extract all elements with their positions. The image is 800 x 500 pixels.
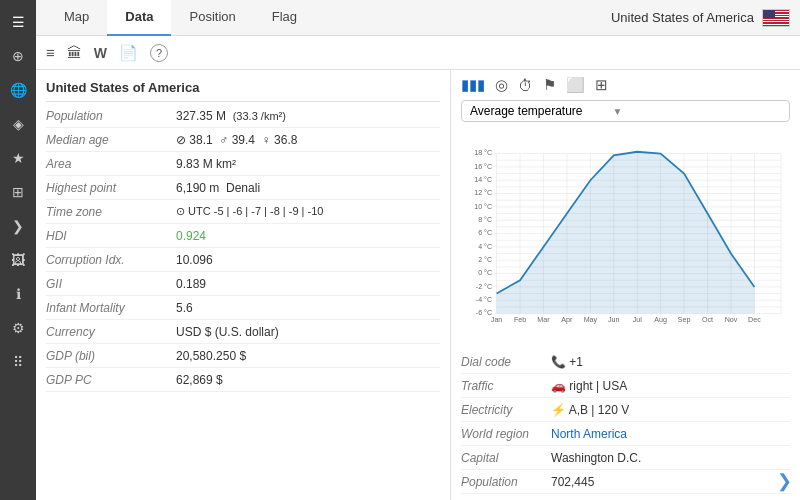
tab-map[interactable]: Map (46, 0, 107, 36)
electricity-cell: Electricity ⚡ A,B | 120 V (461, 402, 790, 417)
svg-text:Dec: Dec (748, 316, 761, 324)
svg-text:4 °C: 4 °C (478, 243, 492, 251)
table-row: Electricity ⚡ A,B | 120 V (461, 398, 790, 422)
svg-text:Mar: Mar (537, 316, 550, 324)
svg-text:Apr: Apr (561, 316, 573, 324)
hdi-value: 0.924 (176, 229, 206, 243)
svg-text:2 °C: 2 °C (478, 256, 492, 264)
highest-point-value: 6,190 m Denali (176, 181, 260, 195)
svg-text:Jan: Jan (491, 316, 503, 324)
time-zone-label: Time zone (46, 205, 176, 219)
dial-code-value: 📞 +1 (551, 355, 583, 369)
main-content: Map Data Position Flag United States of … (36, 0, 800, 500)
traffic-cell: Traffic 🚗 right | USA (461, 378, 790, 393)
svg-text:Oct: Oct (702, 316, 713, 324)
temperature-chart: .axis-text { font-size: 8px; fill: #666;… (461, 126, 790, 350)
chart-type-dropdown[interactable]: Average temperature ▼ (461, 100, 790, 122)
table-row: Median age ⊘ 38.1 ♂ 39.4 ♀ 36.8 (46, 128, 440, 152)
svg-text:-6 °C: -6 °C (476, 309, 492, 317)
table-row: GDP (bil) 20,580.250 $ (46, 344, 440, 368)
population-right-value: 702,445 (551, 475, 594, 489)
table-row: World region North America (461, 422, 790, 446)
traffic-label: Traffic (461, 379, 551, 393)
table-row: Infant Mortality 5.6 (46, 296, 440, 320)
table-row: Population 327.35 M (33.3 /km²) (46, 104, 440, 128)
compass-chart-icon[interactable]: ◎ (495, 76, 508, 94)
data-panel-title: United States of America (46, 76, 440, 102)
gii-label: GII (46, 277, 176, 291)
document-toolbar-icon[interactable]: 📄 (119, 44, 138, 62)
table-row: Highest point 6,190 m Denali (46, 176, 440, 200)
median-age-label: Median age (46, 133, 176, 147)
capital-label: Capital (461, 451, 551, 465)
apps-icon[interactable]: ⠿ (4, 348, 32, 376)
table-row: Dial code 📞 +1 (461, 350, 790, 374)
svg-text:14 °C: 14 °C (474, 176, 492, 184)
chart-toolbar: ▮▮▮ ◎ ⏱ ⚑ ⬜ ⊞ (461, 76, 790, 94)
gdp-pc-label: GDP PC (46, 373, 176, 387)
help-toolbar-icon[interactable]: ? (150, 44, 168, 62)
data-toolbar: ≡ 🏛 W 📄 ? (36, 36, 800, 70)
data-panel: United States of America Population 327.… (36, 70, 451, 500)
population-value: 327.35 M (33.3 /km²) (176, 109, 286, 123)
world-region-value[interactable]: North America (551, 427, 627, 441)
hdi-label: HDI (46, 229, 176, 243)
clock-chart-icon[interactable]: ⏱ (518, 77, 533, 94)
corruption-label: Corruption Idx. (46, 253, 176, 267)
tab-bar: Map Data Position Flag United States of … (36, 0, 800, 36)
globe-icon[interactable]: 🌐 (4, 76, 32, 104)
dropdown-label: Average temperature (470, 104, 583, 118)
chart-svg: .axis-text { font-size: 8px; fill: #666;… (461, 126, 790, 350)
tab-data[interactable]: Data (107, 0, 171, 36)
star-icon[interactable]: ★ (4, 144, 32, 172)
table-row: Area 9.83 M km² (46, 152, 440, 176)
table-row: HDI 0.924 (46, 224, 440, 248)
world-region-label: World region (461, 427, 551, 441)
info-icon[interactable]: ℹ (4, 280, 32, 308)
svg-text:May: May (584, 316, 598, 324)
flag-chart-icon[interactable]: ⚑ (543, 76, 556, 94)
capital-cell: Capital Washington D.C. (461, 450, 790, 465)
table-row: Corruption Idx. 10.096 (46, 248, 440, 272)
currency-value: USD $ (U.S. dollar) (176, 325, 279, 339)
menu-icon[interactable]: ☰ (4, 8, 32, 36)
right-data-panel: Dial code 📞 +1 Traffic 🚗 right | USA Ele… (461, 350, 790, 494)
museum-toolbar-icon[interactable]: 🏛 (67, 44, 82, 62)
bar-chart-icon[interactable]: ▮▮▮ (461, 76, 485, 94)
svg-text:6 °C: 6 °C (478, 229, 492, 237)
photo-chart-icon[interactable]: ⬜ (566, 76, 585, 94)
time-zone-value: ⊙ UTC -5 | -6 | -7 | -8 | -9 | -10 (176, 205, 323, 218)
infant-mortality-value: 5.6 (176, 301, 193, 315)
population-right-label: Population (461, 475, 551, 489)
tab-flag[interactable]: Flag (254, 0, 315, 36)
area-label: Area (46, 157, 176, 171)
svg-text:Jun: Jun (608, 316, 620, 324)
gamepad-icon[interactable]: ⊕ (4, 42, 32, 70)
table-row: GDP PC 62,869 $ (46, 368, 440, 392)
image-icon[interactable]: 🖼 (4, 246, 32, 274)
right-panel: ▮▮▮ ◎ ⏱ ⚑ ⬜ ⊞ Average temperature ▼ .axi… (451, 70, 800, 500)
wikipedia-toolbar-icon[interactable]: W (94, 44, 107, 62)
cube-icon[interactable]: ◈ (4, 110, 32, 138)
grid-icon[interactable]: ⊞ (4, 178, 32, 206)
gii-value: 0.189 (176, 277, 206, 291)
svg-text:12 °C: 12 °C (474, 189, 492, 197)
bottom-chevron-icon[interactable]: ❯ (777, 470, 792, 492)
tab-position[interactable]: Position (171, 0, 253, 36)
highest-point-label: Highest point (46, 181, 176, 195)
table-row: Time zone ⊙ UTC -5 | -6 | -7 | -8 | -9 |… (46, 200, 440, 224)
svg-marker-63 (497, 152, 755, 314)
table-row: Traffic 🚗 right | USA (461, 374, 790, 398)
table-row: Currency USD $ (U.S. dollar) (46, 320, 440, 344)
chevron-right-icon[interactable]: ❯ (4, 212, 32, 240)
population-label: Population (46, 109, 176, 123)
svg-text:18 °C: 18 °C (474, 149, 492, 157)
area-value: 9.83 M km² (176, 157, 236, 171)
settings-icon[interactable]: ⚙ (4, 314, 32, 342)
gdp-bil-value: 20,580.250 $ (176, 349, 246, 363)
table-chart-icon[interactable]: ⊞ (595, 76, 608, 94)
svg-text:Jul: Jul (633, 316, 643, 324)
table-row: Population 702,445 (461, 470, 790, 494)
gdp-pc-value: 62,869 $ (176, 373, 223, 387)
list-toolbar-icon[interactable]: ≡ (46, 44, 55, 62)
